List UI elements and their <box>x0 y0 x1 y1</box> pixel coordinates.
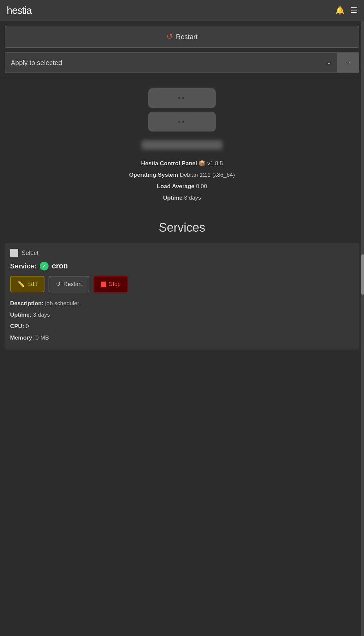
service-cpu-row: CPU: 0 <box>10 321 354 332</box>
bell-icon[interactable]: 🔔 <box>335 6 344 15</box>
loader-block-1: •• <box>148 88 216 108</box>
scrollbar-track[interactable] <box>361 0 364 636</box>
edit-button-cron[interactable]: ✏️ Edit <box>10 276 44 292</box>
service-card-cron: Select Service: cron ✏️ Edit ↺ Restart S… <box>5 243 359 350</box>
description-value-text: job scheduler <box>45 300 79 307</box>
panel-icon: 📦 <box>199 160 206 167</box>
stop-label: Stop <box>109 281 121 288</box>
panel-name-row: Hestia Control Panel 📦 v1.8.5 <box>129 158 235 169</box>
apply-to-selected-row: Apply to selected ⌄ → <box>5 52 359 73</box>
cpu-label: CPU: <box>10 323 24 329</box>
info-panel: •• •• Hestia Control Panel 📦 v1.8.5 Oper… <box>0 78 364 210</box>
load-value-text: 0.00 <box>196 183 207 190</box>
uptime-value-text: 3 days <box>184 195 201 201</box>
navbar: hestia 🔔 ☰ <box>0 0 364 21</box>
service-select-row: Select <box>10 249 354 257</box>
service-name-row: Service: cron <box>10 262 354 270</box>
edit-icon: ✏️ <box>18 281 25 288</box>
apply-go-icon: → <box>344 59 351 66</box>
uptime-label: Uptime <box>163 195 183 201</box>
services-section: Services Select Service: cron ✏️ Edit ↺ … <box>0 210 364 365</box>
loader-block-2: •• <box>148 112 216 132</box>
os-row: Operating System Debian 12.1 (x86_64) <box>129 169 235 181</box>
services-title: Services <box>5 221 359 235</box>
stop-button-cron[interactable]: Stop <box>93 276 128 292</box>
memory-label: Memory: <box>10 335 34 341</box>
panel-name: Hestia Control Panel <box>141 160 197 167</box>
service-checkbox-cron[interactable] <box>10 249 18 257</box>
load-row: Load Average 0.00 <box>129 181 235 192</box>
system-info: Hestia Control Panel 📦 v1.8.5 Operating … <box>129 158 235 204</box>
stop-icon <box>101 282 106 287</box>
navbar-icons: 🔔 ☰ <box>335 6 357 15</box>
service-name-text: cron <box>52 262 68 270</box>
service-actions-cron: ✏️ Edit ↺ Restart Stop <box>10 276 354 292</box>
os-value-text: Debian 12.1 (x86_64) <box>180 172 235 178</box>
scrollbar-thumb[interactable] <box>361 254 364 295</box>
restart-svc-icon: ↺ <box>56 281 61 288</box>
service-select-label: Select <box>22 250 38 257</box>
service-description-row: Description: job scheduler <box>10 298 354 309</box>
service-uptime-row: Uptime: 3 days <box>10 309 354 321</box>
panel-version: v1.8.5 <box>207 160 223 167</box>
uptime-row: Uptime 3 days <box>129 192 235 204</box>
service-uptime-label: Uptime: <box>10 312 31 318</box>
menu-icon[interactable]: ☰ <box>351 6 357 15</box>
cpu-value-text: 0 <box>26 323 29 329</box>
os-label: Operating System <box>129 172 178 178</box>
service-uptime-value-text: 3 days <box>33 312 50 318</box>
restart-icon: ↺ <box>166 32 173 41</box>
service-details-cron: Description: job scheduler Uptime: 3 day… <box>10 298 354 344</box>
action-area: ↺ Restart Apply to selected ⌄ → <box>0 21 364 78</box>
description-label: Description: <box>10 300 43 307</box>
logo-text: hestia <box>7 5 32 16</box>
memory-value-text: 0 MB <box>36 335 49 341</box>
loader-dots-2: •• <box>178 117 186 126</box>
service-label: Service: <box>10 262 36 270</box>
brand-logo: hestia <box>7 5 32 16</box>
edit-label: Edit <box>27 281 37 288</box>
chevron-down-icon: ⌄ <box>321 53 337 73</box>
service-status-running-icon <box>40 262 49 270</box>
load-label: Load Average <box>157 183 194 190</box>
restart-button-label: Restart <box>176 33 198 41</box>
restart-global-button[interactable]: ↺ Restart <box>5 26 359 48</box>
blurred-bar <box>142 140 222 150</box>
restart-button-cron[interactable]: ↺ Restart <box>49 276 89 292</box>
restart-svc-label: Restart <box>63 281 82 288</box>
apply-to-selected-select[interactable]: Apply to selected <box>5 53 321 73</box>
apply-go-button[interactable]: → <box>337 53 359 73</box>
service-memory-row: Memory: 0 MB <box>10 332 354 344</box>
loader-dots-1: •• <box>178 94 186 103</box>
